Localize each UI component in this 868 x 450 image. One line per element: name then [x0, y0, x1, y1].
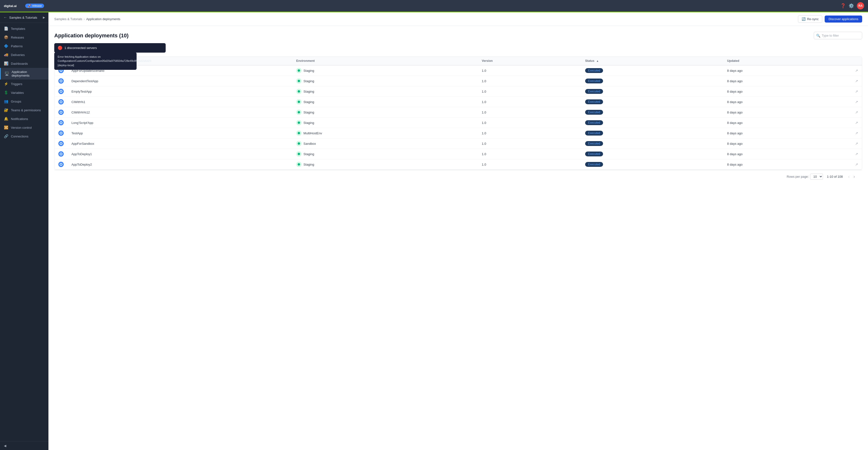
deployments-table-wrap: Environment Version Status ▲ Updated App…: [54, 56, 862, 170]
external-link-5[interactable]: ↗: [855, 121, 858, 124]
sidebar-item-icon-releases: 📦: [4, 35, 8, 39]
cell-app-icon-4: [55, 107, 68, 118]
cell-environment-3: Staging: [292, 97, 478, 107]
cell-link-4: ↗: [851, 107, 862, 118]
breadcrumb-separator: ›: [84, 17, 85, 21]
sidebar-item-variables[interactable]: 💲Variables: [0, 88, 49, 97]
sidebar-item-application-deployments[interactable]: 🖥️Application deployments: [0, 68, 49, 80]
external-link-7[interactable]: ↗: [855, 142, 858, 145]
breadcrumb-actions: 🔄 Re-sync Discover applications: [798, 15, 862, 23]
sidebar-item-releases[interactable]: 📦Releases: [0, 33, 49, 42]
sidebar-item-groups[interactable]: 👥Groups: [0, 97, 49, 106]
sidebar-item-notifications[interactable]: 🔔Notifications: [0, 114, 49, 123]
sidebar-item-dashboards[interactable]: 📊Dashboards: [0, 59, 49, 68]
sidebar-header[interactable]: ← Samples & Tutorials ▶: [0, 12, 49, 23]
sidebar-item-templates[interactable]: 📄Templates: [0, 24, 49, 33]
cell-version-3: 1.0: [478, 97, 581, 107]
resync-label: Re-sync: [807, 17, 818, 21]
table-body: AppForUpdateScenario Staging 1.0 Execute…: [55, 65, 862, 170]
env-label-5: Staging: [304, 121, 314, 124]
env-label-2: Staging: [304, 90, 314, 93]
sidebar-item-label-groups: Groups: [11, 100, 21, 103]
status-badge-5: Executed: [585, 120, 603, 125]
cell-updated-1: 8 days ago: [723, 76, 851, 86]
resync-button[interactable]: 🔄 Re-sync: [798, 15, 822, 23]
cell-updated-2: 8 days ago: [723, 86, 851, 97]
sidebar-item-icon-groups: 👥: [4, 99, 8, 104]
env-icon-8: [296, 151, 302, 157]
app-icon-7: [58, 141, 64, 146]
topbar: digital.ai 🚀 release ❓ ⚙️ RA: [0, 0, 868, 11]
next-page-button[interactable]: ›: [852, 174, 857, 180]
external-link-4[interactable]: ↗: [855, 110, 858, 114]
sort-icon: ▲: [596, 59, 599, 62]
external-link-1[interactable]: ↗: [855, 79, 858, 83]
sidebar-item-triggers[interactable]: ⚡Triggers: [0, 80, 49, 88]
app-icon-2: [58, 89, 64, 94]
sidebar-item-icon-patterns: 🔷: [4, 44, 8, 48]
col-status[interactable]: Status ▲: [581, 57, 723, 65]
cell-app-name-4: CiWith%%12: [68, 107, 292, 118]
user-avatar[interactable]: RA: [857, 2, 864, 9]
env-label-3: Staging: [304, 100, 314, 104]
external-link-2[interactable]: ↗: [855, 89, 858, 93]
sidebar-item-teams-permissions[interactable]: 🔐Teams & permissions: [0, 106, 49, 114]
external-link-6[interactable]: ↗: [855, 131, 858, 135]
sidebar-item-patterns[interactable]: 🔷Patterns: [0, 42, 49, 51]
release-label: release: [32, 4, 42, 7]
cell-updated-7: 8 days ago: [723, 138, 851, 149]
env-label-7: Sandbox: [304, 142, 316, 145]
external-link-0[interactable]: ↗: [855, 68, 858, 73]
breadcrumb-parent[interactable]: Samples & Tutorials: [54, 17, 82, 21]
table-row: TestApp MultiHostEnv 1.0 Executed 8 days…: [55, 128, 862, 138]
sidebar-item-version-control[interactable]: 🔀Version control: [0, 123, 49, 132]
prev-page-button[interactable]: ‹: [847, 174, 851, 180]
status-badge-6: Executed: [585, 131, 603, 136]
app-icon-5: [58, 120, 64, 125]
external-link-8[interactable]: ↗: [855, 152, 858, 156]
topbar-left: digital.ai 🚀 release: [4, 3, 44, 8]
env-label-0: Staging: [304, 69, 314, 73]
breadcrumb-bar: Samples & Tutorials › Application deploy…: [49, 12, 868, 26]
cell-version-2: 1.0: [478, 86, 581, 97]
rows-per-page: Rows per page: 5102550: [786, 174, 823, 180]
cell-updated-4: 8 days ago: [723, 107, 851, 118]
rows-per-page-select[interactable]: 5102550: [810, 174, 823, 180]
external-link-9[interactable]: ↗: [855, 163, 858, 166]
sidebar-item-icon-notifications: 🔔: [4, 117, 8, 121]
cell-version-1: 1.0: [478, 76, 581, 86]
table-row: CiWith%%12 Staging 1.0 Executed 8 days a…: [55, 107, 862, 118]
sidebar-item-label-patterns: Patterns: [11, 45, 23, 48]
discover-button[interactable]: Discover applications: [825, 16, 862, 23]
app-icon-1: [58, 78, 64, 84]
sidebar-item-icon-application-deployments: 🖥️: [5, 72, 9, 76]
help-icon[interactable]: ❓: [840, 3, 846, 8]
cell-status-6: Executed: [581, 128, 723, 138]
sidebar-item-deliveries[interactable]: 🚚Deliveries: [0, 51, 49, 59]
svg-text:digital.ai: digital.ai: [4, 4, 17, 8]
table-row: EmptyTestApp Staging 1.0 Executed 8 days…: [55, 86, 862, 97]
sidebar-header-label: Samples & Tutorials: [9, 16, 37, 20]
cell-updated-5: 8 days ago: [723, 118, 851, 128]
content-area: Samples & Tutorials › Application deploy…: [49, 12, 868, 450]
env-label-8: Staging: [304, 152, 314, 156]
sidebar-item-connections[interactable]: 🔗Connections: [0, 132, 49, 141]
cell-link-6: ↗: [851, 128, 862, 138]
cell-updated-6: 8 days ago: [723, 128, 851, 138]
sidebar-item-icon-triggers: ⚡: [4, 82, 8, 86]
main-layout: ← Samples & Tutorials ▶ 📄Templates📦Relea…: [0, 12, 868, 450]
sidebar-collapse-btn[interactable]: ◀: [4, 444, 44, 448]
env-label-4: Staging: [304, 111, 314, 114]
sidebar-item-label-releases: Releases: [11, 36, 24, 39]
cell-status-2: Executed: [581, 86, 723, 97]
cell-link-3: ↗: [851, 97, 862, 107]
sidebar-item-icon-dashboards: 📊: [4, 61, 8, 66]
cell-app-icon-2: [55, 86, 68, 97]
cell-app-icon-6: [55, 128, 68, 138]
cell-app-name-5: Long'Script'App: [68, 118, 292, 128]
sidebar-items: 📄Templates📦Releases🔷Patterns🚚Deliveries📊…: [0, 23, 49, 441]
sidebar: ← Samples & Tutorials ▶ 📄Templates📦Relea…: [0, 12, 49, 450]
filter-input[interactable]: [814, 32, 862, 39]
external-link-3[interactable]: ↗: [855, 100, 858, 104]
settings-icon[interactable]: ⚙️: [848, 3, 854, 8]
